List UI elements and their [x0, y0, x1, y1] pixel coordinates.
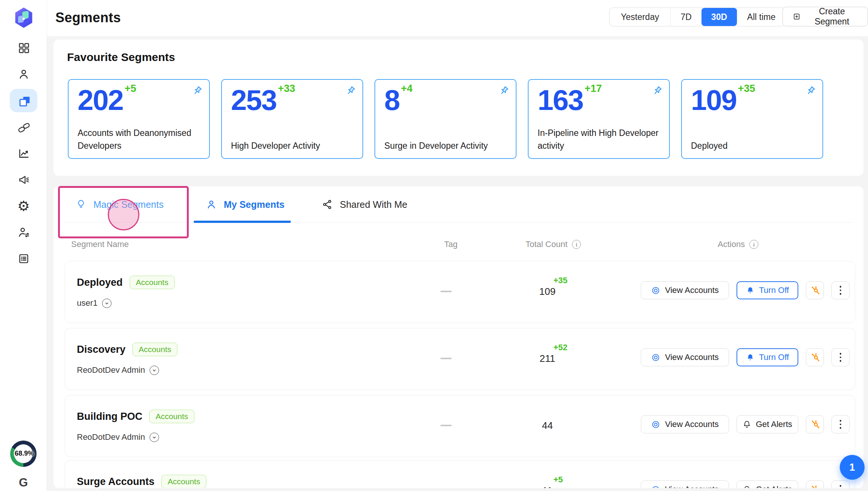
count-delta: +5	[553, 475, 563, 485]
time-filter-30d[interactable]: 30D	[701, 8, 737, 26]
card-delta: +33	[278, 83, 295, 94]
hubspot-button[interactable]	[806, 415, 824, 433]
tag-empty-dash	[440, 425, 452, 426]
segment-name[interactable]: Surge Accounts	[77, 476, 154, 488]
card-label: Surge in Developer Activity	[384, 140, 509, 152]
share-icon	[322, 199, 333, 210]
chevron-down-icon[interactable]	[102, 299, 112, 308]
favourite-card[interactable]: 253+33 High Developer Activity	[221, 79, 363, 159]
total-count-value: 11	[529, 485, 566, 488]
more-options-button[interactable]	[831, 415, 850, 433]
hubspot-icon	[810, 285, 820, 296]
view-accounts-button[interactable]: View Accounts	[641, 281, 729, 299]
sidebar-item-integrations[interactable]	[0, 114, 47, 140]
segment-name[interactable]: Deployed	[77, 277, 123, 288]
sidebar-item-contacts[interactable]	[0, 61, 47, 87]
favourite-card[interactable]: 8+4 Surge in Developer Activity	[374, 79, 517, 159]
favourite-card[interactable]: 109+35 Deployed	[681, 79, 823, 159]
tab-my-segments[interactable]: My Segments	[206, 186, 284, 223]
column-header-tag: Tag	[444, 238, 457, 251]
kebab-icon	[840, 286, 842, 295]
sidebar-item-user-sync[interactable]	[0, 219, 47, 246]
active-tab-underline	[194, 221, 291, 223]
kebab-icon	[840, 420, 842, 429]
time-filter-alltime[interactable]: All time	[737, 8, 785, 26]
tag-empty-dash	[440, 291, 452, 292]
tab-shared-with-me[interactable]: Shared With Me	[322, 186, 407, 223]
g-badge-icon[interactable]: G	[19, 476, 28, 489]
grid-icon	[17, 41, 30, 54]
pin-icon[interactable]	[344, 85, 356, 97]
create-segment-button[interactable]: Create Segment	[782, 7, 868, 26]
segment-name[interactable]: Building POC	[77, 411, 142, 422]
more-options-button[interactable]	[831, 281, 850, 299]
top-bar: Segments Yesterday 7D 30D All time Creat…	[47, 0, 868, 36]
total-count-cell: +5 11	[529, 472, 578, 488]
view-accounts-label: View Accounts	[665, 352, 719, 362]
hubspot-icon	[810, 419, 820, 430]
segment-type-badge: Accounts	[130, 276, 175, 289]
view-accounts-button[interactable]: View Accounts	[641, 348, 729, 366]
sidebar-item-dashboard[interactable]	[0, 35, 47, 61]
sidebar-item-records[interactable]	[0, 246, 47, 272]
create-segment-label: Create Segment	[806, 6, 858, 27]
gear-icon: ⚙	[17, 199, 30, 213]
hubspot-button[interactable]	[806, 480, 824, 488]
favourite-card[interactable]: 163+17 In-Pipeline with High Developer a…	[528, 79, 670, 159]
card-delta: +17	[585, 83, 602, 94]
get-alerts-button[interactable]: Get Alerts	[737, 480, 798, 488]
view-accounts-button[interactable]: View Accounts	[641, 480, 729, 488]
hubspot-button[interactable]	[806, 281, 824, 299]
segment-name[interactable]: Discovery	[77, 344, 125, 355]
card-delta: +4	[401, 83, 413, 94]
pin-icon[interactable]	[651, 85, 663, 97]
bell-icon	[746, 353, 755, 362]
time-filter-7d[interactable]: 7D	[670, 8, 701, 26]
notification-fab[interactable]: 1	[840, 455, 865, 480]
favourite-card[interactable]: 202+5 Accounts with Deanonymised Develop…	[68, 79, 210, 159]
column-header-total-count: Total Counti	[526, 238, 581, 251]
sidebar-item-settings[interactable]: ⚙	[0, 193, 47, 219]
sidebar-item-announcements[interactable]	[0, 166, 47, 193]
alert-button-label: Turn Off	[759, 285, 789, 295]
chevron-down-icon[interactable]	[150, 433, 159, 442]
time-filter-yesterday[interactable]: Yesterday	[610, 8, 670, 26]
app-logo[interactable]	[14, 8, 33, 28]
tab-shared-label: Shared With Me	[340, 199, 407, 210]
chevron-down-icon[interactable]	[150, 366, 159, 375]
card-count: 253+33	[231, 83, 295, 116]
view-accounts-label: View Accounts	[665, 285, 719, 295]
card-count: 202+5	[78, 83, 136, 116]
card-delta: +5	[125, 83, 136, 94]
more-options-button[interactable]	[831, 348, 850, 366]
pin-icon[interactable]	[498, 85, 510, 97]
favourite-segments-panel: Favourite Segments 202+5 Accounts with D…	[53, 40, 863, 176]
target-icon	[651, 485, 660, 488]
line-chart-icon	[17, 147, 30, 160]
view-accounts-button[interactable]: View Accounts	[641, 415, 729, 433]
turn-off-alerts-button[interactable]: Turn Off	[737, 281, 798, 299]
column-header-actions: Actionsi	[718, 238, 758, 251]
alert-button-label: Turn Off	[759, 352, 789, 362]
card-label: High Developer Activity	[231, 140, 356, 152]
segment-owner: user1	[77, 298, 98, 308]
info-icon[interactable]: i	[572, 240, 581, 249]
sidebar-item-segments[interactable]	[0, 87, 47, 114]
more-options-button[interactable]	[831, 480, 850, 488]
total-count-cell: 44	[529, 407, 578, 444]
segment-type-badge: Accounts	[149, 410, 194, 423]
plug-icon	[17, 120, 30, 133]
turn-off-alerts-button[interactable]: Turn Off	[737, 348, 798, 366]
target-icon	[651, 420, 660, 429]
bell-icon	[743, 485, 751, 488]
table-row: Surge Accounts Accounts +5 11 View Accou…	[65, 460, 855, 488]
pin-icon[interactable]	[804, 85, 816, 97]
annotation-click-indicator	[108, 199, 139, 230]
info-icon[interactable]: i	[749, 240, 758, 249]
alert-button-label: Get Alerts	[756, 419, 792, 429]
pin-icon[interactable]	[191, 85, 203, 97]
hubspot-button[interactable]	[806, 348, 824, 366]
sidebar-item-analytics[interactable]	[0, 140, 47, 166]
get-alerts-button[interactable]: Get Alerts	[737, 415, 798, 433]
person-icon	[206, 199, 217, 210]
